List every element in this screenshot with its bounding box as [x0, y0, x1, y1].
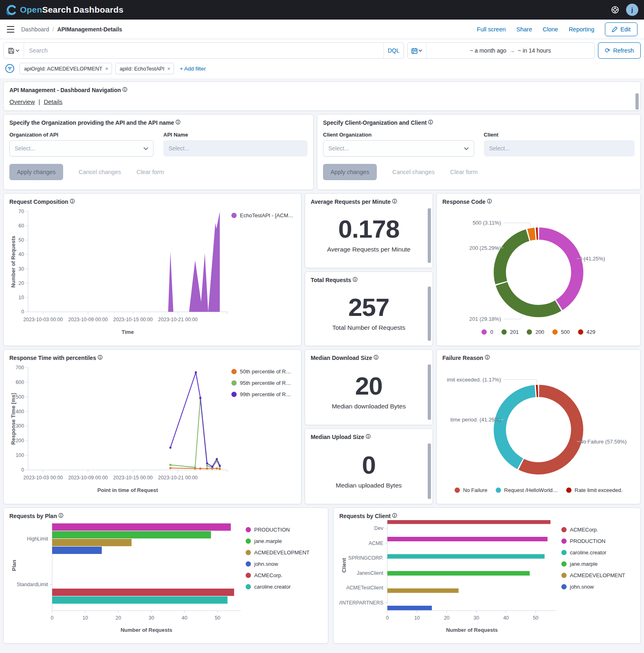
legend-item[interactable]: 0	[481, 329, 493, 335]
cancel-changes-button[interactable]: Cancel changes	[79, 169, 121, 175]
client-org-select[interactable]: Select...	[323, 140, 474, 157]
help-lifebuoy-icon[interactable]	[611, 5, 620, 14]
legend-item[interactable]: Rate limit exceeded.	[566, 487, 623, 493]
legend-item[interactable]: PRODUCTION	[561, 538, 625, 544]
reporting-link[interactable]: Reporting	[569, 26, 594, 33]
date-range-display[interactable]: ~ a month ago → ~ in 14 hours	[426, 43, 594, 58]
clear-form-button[interactable]: Clear form	[136, 169, 164, 175]
legend-item[interactable]: caroline.creator	[561, 549, 625, 556]
info-icon[interactable]: ⓘ	[392, 199, 397, 204]
legend-item[interactable]: 200	[527, 329, 544, 335]
menu-hamburger-icon[interactable]	[7, 26, 15, 33]
legend-item[interactable]: ACMECorp.	[246, 572, 310, 578]
org-of-api-select[interactable]: Select...	[9, 140, 154, 157]
legend-item[interactable]: EchoTestAPI - [ACM…	[231, 212, 293, 218]
date-to[interactable]: ~ in 14 hours	[518, 47, 551, 54]
info-icon[interactable]: ⓘ	[353, 277, 358, 282]
pencil-icon	[612, 26, 618, 32]
cancel-changes-button[interactable]: Cancel changes	[392, 169, 435, 175]
legend-item[interactable]: 201	[501, 329, 519, 335]
dql-language-button[interactable]: DQL	[383, 43, 404, 58]
date-range-picker: ~ a month ago → ~ in 14 hours	[407, 42, 595, 59]
svg-text:0: 0	[21, 467, 24, 473]
client-select[interactable]: Select...	[484, 140, 635, 157]
full-screen-link[interactable]: Full screen	[477, 26, 506, 33]
select-placeholder: Select...	[489, 145, 510, 152]
close-icon[interactable]: ×	[167, 66, 171, 72]
info-icon[interactable]: ⓘ	[485, 355, 490, 360]
info-icon[interactable]: ⓘ	[59, 513, 64, 518]
legend-item[interactable]: 50th percentile of R…	[231, 368, 291, 375]
clear-form-button[interactable]: Clear form	[450, 169, 478, 175]
legend-item[interactable]: caroline.creator	[246, 584, 310, 590]
overview-link[interactable]: Overview	[9, 98, 35, 105]
panel-avg-requests-per-minute: Average Requests per Minuteⓘ 0.178 Avera…	[305, 193, 433, 268]
share-link[interactable]: Share	[517, 26, 532, 33]
info-icon[interactable]: ⓘ	[123, 87, 127, 92]
details-link[interactable]: Details	[44, 98, 62, 105]
legend-item[interactable]: ACMECorp.	[561, 527, 625, 533]
clone-link[interactable]: Clone	[543, 26, 558, 33]
date-from[interactable]: ~ a month ago	[470, 47, 506, 54]
panel-scrollbar[interactable]	[428, 287, 431, 341]
panel-scrollbar[interactable]	[428, 364, 431, 420]
link-divider: |	[39, 98, 40, 105]
legend-item[interactable]: john.snow	[246, 561, 310, 567]
svg-text:20: 20	[116, 615, 121, 621]
calendar-icon	[411, 48, 418, 54]
panel-scrollbar[interactable]	[428, 443, 431, 499]
opensearch-logo[interactable]: OpenSearchDashboards	[6, 4, 123, 15]
api-name-select[interactable]: Select...	[163, 140, 308, 157]
legend-label: jane.marple	[254, 538, 282, 544]
refresh-button[interactable]: ⟳ Refresh	[598, 42, 641, 59]
metric-caption: Median uploaded Bytes	[336, 482, 402, 489]
svg-text:200 (25.29%): 200 (25.29%)	[469, 245, 501, 251]
info-icon[interactable]: ⓘ	[392, 513, 397, 518]
panel-failure-reason: Failure Reasonⓘ No Failure (57.59%)time …	[436, 349, 641, 504]
info-icon[interactable]: ⓘ	[374, 355, 379, 360]
chevron-down-icon	[143, 147, 148, 150]
legend-item[interactable]: ACMEDEVELOPMENT	[561, 572, 625, 578]
info-icon[interactable]: ⓘ	[176, 120, 180, 125]
svg-text:30: 30	[149, 615, 154, 621]
info-icon[interactable]: ⓘ	[98, 355, 103, 360]
user-avatar[interactable]: j	[626, 4, 638, 16]
filter-pill-apiid[interactable]: apiId: EchoTestAPI ×	[115, 63, 174, 74]
legend-label: 99th percentile of R…	[240, 391, 291, 397]
filter-pill-label: apiOrgId: ACMEDEVELOPMENT	[24, 66, 102, 72]
close-icon[interactable]: ×	[105, 66, 108, 72]
info-icon[interactable]: ⓘ	[487, 199, 492, 204]
legend-item[interactable]: jane.marple	[561, 561, 625, 567]
legend-label: 429	[587, 329, 596, 335]
panel-request-composition: Request Compositionⓘ 0102030405060702023…	[3, 193, 301, 346]
legend-item[interactable]: Request /HelloWorld…	[496, 487, 558, 493]
legend-item[interactable]: ACMEDEVELOPMENT	[246, 549, 310, 556]
saved-query-menu[interactable]	[4, 43, 24, 58]
apply-changes-button[interactable]: Apply changes	[9, 164, 63, 180]
filter-pill-apiorgid[interactable]: apiOrgId: ACMEDEVELOPMENT ×	[20, 63, 112, 74]
breadcrumb-dashboard[interactable]: Dashboard	[21, 26, 49, 33]
info-icon[interactable]: ⓘ	[366, 434, 371, 439]
info-icon[interactable]: ⓘ	[70, 199, 75, 204]
panel-scrollbar[interactable]	[635, 93, 639, 110]
apply-changes-button[interactable]: Apply changes	[323, 164, 377, 180]
search-input[interactable]	[24, 43, 383, 58]
svg-text:Plan: Plan	[11, 560, 17, 571]
edit-button[interactable]: Edit	[605, 22, 637, 36]
filter-icon[interactable]	[5, 64, 15, 73]
legend-item[interactable]: jane.marple	[246, 538, 310, 544]
add-filter-button[interactable]: + Add filter	[180, 66, 206, 72]
date-arrow-icon: →	[509, 47, 515, 54]
legend-item[interactable]: PRODUCTION	[246, 527, 310, 533]
date-quick-menu[interactable]	[408, 43, 426, 58]
legend-item[interactable]: 99th percentile of R…	[231, 391, 291, 397]
legend-item[interactable]: 500	[552, 329, 570, 335]
legend-item[interactable]: john.snow	[561, 584, 625, 590]
legend-item[interactable]: 429	[578, 329, 596, 335]
panel-scrollbar[interactable]	[428, 208, 431, 263]
info-icon[interactable]: ⓘ	[428, 120, 433, 125]
svg-text:2023-10-03 00:00: 2023-10-03 00:00	[23, 475, 63, 481]
legend-item[interactable]: No Failure	[455, 487, 488, 493]
legend-item[interactable]: 95th percentile of R…	[231, 380, 291, 386]
svg-text:30: 30	[474, 615, 479, 621]
